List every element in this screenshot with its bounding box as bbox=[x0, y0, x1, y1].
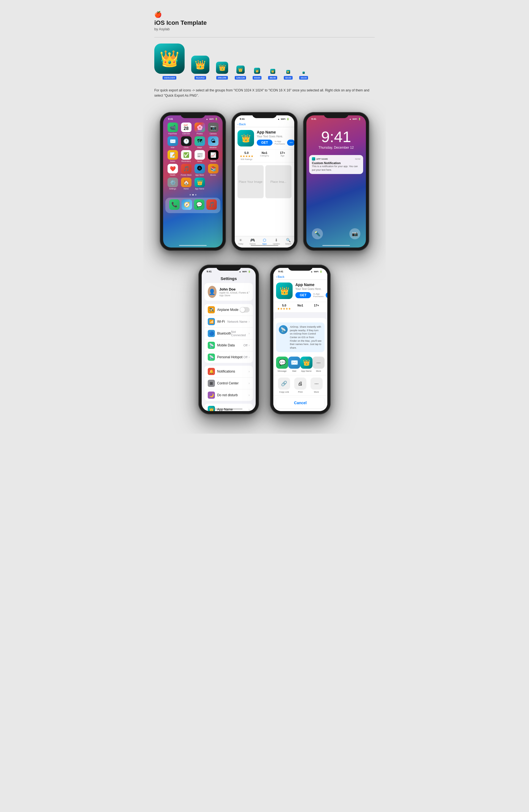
phone-homescreen: 9:41 ▲ WiFi 🔋 📹 FaceTime bbox=[160, 112, 226, 251]
cancel-button[interactable]: Cancel bbox=[276, 397, 325, 408]
tab-updates[interactable]: ⬇ Updates bbox=[271, 238, 282, 245]
app-appstore[interactable]: 🅐 App Store bbox=[194, 164, 206, 176]
tab-apps[interactable]: ⬡ Apps bbox=[258, 238, 270, 245]
app-subtitle-5: Your Text Goes Here. bbox=[295, 288, 327, 290]
settings-bluetooth[interactable]: 🔵 Bluetooth Not Connected › bbox=[204, 328, 253, 339]
airplane-toggle[interactable] bbox=[240, 307, 249, 313]
share-app-more[interactable]: ··· More bbox=[312, 357, 325, 372]
icon-label-1024: 1024x1024 bbox=[162, 76, 176, 79]
phone-lockscreen: 9:41 ▲WiFi🔋 9:41 Thursday, December 12 A… bbox=[303, 112, 369, 251]
settings-dnd[interactable]: 🌙 Do not disturb › bbox=[204, 389, 253, 401]
phones-row-1: 9:41 ▲ WiFi 🔋 📹 FaceTime bbox=[143, 106, 386, 256]
stat-rating: 5.0 ★★★★★ 906 Ratings bbox=[238, 151, 255, 161]
settings-notifications[interactable]: 🔔 Notifications › bbox=[204, 366, 253, 377]
tab-search[interactable]: 🔍 Search bbox=[282, 238, 294, 245]
profile-left: 👤 John Doe Apple ID, iCloud, iTunes & Ap… bbox=[208, 286, 248, 298]
app-calendar[interactable]: SAT28 Calendar bbox=[180, 122, 192, 135]
camera-lock-icon[interactable]: 📷 bbox=[349, 228, 360, 239]
phones-row-2: 9:41 ▲WiFi🔋 Settings 👤 John Doe Apple ID… bbox=[143, 256, 386, 423]
app-weather[interactable]: 🌤 Weather bbox=[207, 136, 219, 148]
app-appname-home[interactable]: 👑 App Name bbox=[194, 178, 206, 190]
dock-messages[interactable]: 💬 bbox=[193, 199, 205, 212]
settings-airplane[interactable]: ✈️ Airplane Mode bbox=[204, 304, 253, 316]
wifi-icon: 📶 bbox=[208, 318, 215, 325]
settings-profile[interactable]: 👤 John Doe Apple ID, iCloud, iTunes & Ap… bbox=[204, 283, 253, 301]
get-button[interactable]: GET bbox=[257, 140, 272, 146]
settings-wifi[interactable]: 📶 Wi-Fi Network Name › bbox=[204, 316, 253, 328]
app-health[interactable]: ❤️ Health bbox=[167, 164, 179, 176]
app-home[interactable]: 🏠 Home bbox=[180, 178, 192, 190]
app-notes[interactable]: 📝 Notes bbox=[167, 150, 179, 162]
settings-mobile-data[interactable]: 📡 Mobile Data Off › bbox=[204, 339, 253, 351]
app-photos[interactable]: 🌸 Photos bbox=[194, 122, 206, 135]
more-button[interactable]: ··· bbox=[287, 140, 294, 146]
hotspot-icon: 📡 bbox=[208, 353, 215, 361]
home-row-1: 📹 FaceTime SAT28 Calendar 🌸 Photos bbox=[166, 122, 220, 135]
back-button-2[interactable]: ‹ Back bbox=[238, 122, 246, 126]
app-maps[interactable]: 🗺 Maps bbox=[194, 136, 206, 148]
notif-header: APP NAME NOW bbox=[312, 157, 360, 161]
app-ibooks[interactable]: 📚 iBooks bbox=[207, 164, 219, 176]
app-settings[interactable]: ⚙️ Settings bbox=[167, 178, 179, 190]
home-indicator-1 bbox=[179, 245, 206, 246]
phone5-screen: 9:41 ▲WiFi🔋 ‹ Back 👑 bbox=[273, 268, 327, 411]
notif-body: This is a notification for your app. You… bbox=[312, 165, 360, 172]
app-icon-sharesheet: 👑 bbox=[276, 282, 292, 299]
app-facetime[interactable]: 📹 FaceTime bbox=[167, 122, 179, 135]
airplane-icon: ✈️ bbox=[208, 306, 215, 313]
airdrop-icon: 📡 bbox=[279, 325, 288, 334]
phone3-screen: 9:41 ▲WiFi🔋 9:41 Thursday, December 12 A… bbox=[306, 115, 366, 248]
status-icons-5: ▲WiFi🔋 bbox=[311, 271, 323, 273]
dnd-chevron: › bbox=[248, 393, 249, 397]
app-reminders[interactable]: ✅ Reminders bbox=[180, 150, 192, 162]
flashlight-icon[interactable]: 🔦 bbox=[312, 228, 323, 239]
settings-control-center[interactable]: ⊞ Control Center › bbox=[204, 377, 253, 389]
page-title: iOS Icon Template bbox=[154, 19, 375, 26]
app-clock[interactable]: 🕐 Clock bbox=[180, 136, 192, 148]
share-action-print[interactable]: 🖨 Print bbox=[294, 377, 306, 393]
phone4-screen: 9:41 ▲WiFi🔋 Settings 👤 John Doe Apple ID… bbox=[202, 268, 256, 411]
notif-app: APP NAME bbox=[312, 157, 328, 161]
icon-box-32: 👑 bbox=[286, 70, 290, 74]
header-divider bbox=[154, 37, 375, 38]
share-apps-row: 💬 Message ✉️ Mail 👑 App Name ··· bbox=[273, 355, 327, 375]
app-info-5: App Name Your Text Goes Here. GET In-App… bbox=[295, 282, 327, 299]
app-camera[interactable]: 📷 Camera bbox=[207, 122, 219, 135]
app-empty bbox=[207, 178, 219, 190]
dock-music[interactable]: 🎵 bbox=[205, 199, 218, 212]
export-hint: For quick export all icons -> select all… bbox=[143, 85, 386, 106]
share-action-copylink[interactable]: 🔗 Copy Link bbox=[278, 377, 290, 393]
share-app-message[interactable]: 💬 Message bbox=[276, 357, 288, 372]
profile-chevron: › bbox=[248, 290, 249, 294]
back-button-5[interactable]: ‹ Back bbox=[276, 275, 284, 278]
phone-appstore: 9:41 ▲WiFi🔋 ‹ Back 👑 App Name Your Te bbox=[231, 112, 298, 251]
dock-phone[interactable]: 📞 bbox=[168, 199, 181, 212]
phone2-screen: 9:41 ▲WiFi🔋 ‹ Back 👑 App Name Your Te bbox=[235, 115, 294, 248]
home-row-4: ❤️ Health 🎵 iTunes Store 🅐 App Store bbox=[166, 164, 220, 176]
icon-256: 👑 256x256 bbox=[216, 62, 228, 79]
lock-bottom: 🔦 📷 bbox=[306, 228, 366, 239]
notif-title: Custom Notification bbox=[312, 161, 360, 165]
share-action-more[interactable]: ··· More bbox=[311, 377, 323, 393]
get-button-5[interactable]: GET bbox=[295, 292, 311, 298]
app-info: App Name Your Text Goes Here. GET In-App… bbox=[257, 130, 294, 146]
airdrop-section: 📡 AirDrop. Share instantly with people n… bbox=[276, 322, 325, 352]
share-app-mail[interactable]: ✉️ Mail bbox=[288, 357, 300, 372]
share-app-appname[interactable]: 👑 App Name bbox=[300, 357, 312, 372]
more-button-5[interactable]: ··· bbox=[326, 292, 327, 298]
icon-label-16: 16x16 bbox=[299, 76, 308, 79]
tab-today[interactable]: ☀ Today bbox=[235, 238, 247, 245]
app-stocks[interactable]: 📈 Stocks bbox=[207, 150, 219, 162]
settings-hotspot[interactable]: 📡 Personal Hotspot Off › bbox=[204, 351, 253, 363]
dot-1 bbox=[189, 194, 191, 195]
app-news[interactable]: 📰 News bbox=[194, 150, 206, 162]
app-mail[interactable]: ✉️ Mail bbox=[167, 136, 179, 148]
stat-age-5: 17+ bbox=[308, 304, 325, 310]
icon-512: 👑 512x512 bbox=[191, 56, 210, 79]
icon-label-64: 64x64 bbox=[253, 76, 261, 79]
dock-safari[interactable]: 🧭 bbox=[181, 199, 193, 212]
app-itunes[interactable]: 🎵 iTunes Store bbox=[180, 164, 192, 176]
lock-time: 9:41 Thursday, December 12 bbox=[306, 121, 366, 150]
tab-games[interactable]: 🎮 Games bbox=[247, 238, 258, 245]
settings-appname[interactable]: 👑 App Name › bbox=[204, 404, 253, 411]
